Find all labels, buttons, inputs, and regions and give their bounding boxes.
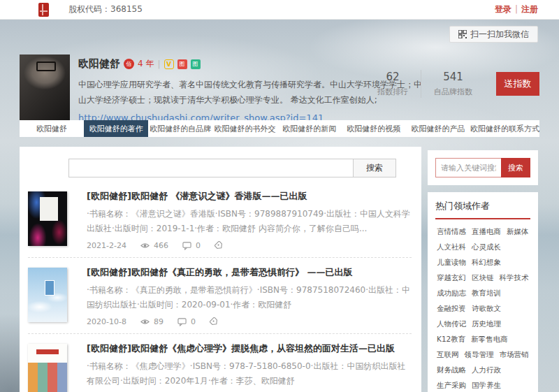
comments-count: 0 — [191, 317, 196, 326]
field-tag[interactable]: 穿越玄幻 — [437, 273, 466, 283]
author-name: 欧阳健舒 — [78, 57, 120, 71]
field-tag[interactable]: 领导管理 — [465, 350, 494, 360]
badge-divider: | — [157, 59, 160, 69]
book-list-item: [欧阳健舒]欧阳健舒《真正的勇敢，是带着恐惧前行》 ——已出版 ·书籍名称：《真… — [28, 258, 412, 334]
field-tag[interactable]: 市场营销 — [500, 350, 529, 360]
field-tag[interactable]: 互联网 — [437, 350, 459, 360]
comments-icon — [182, 241, 191, 250]
field-tag[interactable]: 财务战略 — [437, 365, 466, 375]
field-tag[interactable]: 科幻想象 — [472, 258, 501, 268]
field-tag[interactable]: 成功励志 — [437, 289, 466, 298]
verified-circle-badge-icon: 佰 — [124, 59, 134, 69]
field-tag[interactable]: 直播电商 — [472, 227, 501, 237]
field-tag[interactable]: 教育培训 — [472, 289, 501, 298]
tab-writer-contact[interactable]: 欧阳健舒的联系方式 — [470, 120, 539, 137]
author-portrait-photo — [20, 55, 70, 120]
book-description: ·书籍名称：《焦虑心理学》·ISBN号：978-7-5180-6850-0·出版… — [87, 359, 412, 389]
keyword-search-input[interactable] — [435, 158, 501, 177]
works-search-input[interactable] — [68, 159, 353, 177]
book-title-link[interactable]: [欧阳健舒]欧阳健舒《焦虑心理学》摆脱焦虑，从容坦然的面对生活—已出版 — [87, 342, 412, 355]
keyword-search-button[interactable]: 搜索 — [501, 158, 530, 177]
field-tag[interactable]: 金融投资 — [437, 304, 466, 314]
tab-writer-news[interactable]: 欧阳健舒的新闻 — [277, 120, 342, 137]
field-tag[interactable]: 人物传记 — [437, 319, 466, 329]
field-tag[interactable]: 诗歌散文 — [472, 304, 501, 314]
field-tag[interactable]: 人力行政 — [472, 365, 501, 375]
red-square-badge-icon: 图 — [177, 59, 187, 69]
works-search-button[interactable]: 搜索 — [353, 159, 396, 177]
profile-stats: 62 指数排行 541 自品牌指数 送指数 — [365, 70, 539, 98]
field-tag[interactable]: 新零售电商 — [471, 335, 508, 344]
wechat-qr-button[interactable]: 扫一扫加我微信 — [449, 26, 538, 43]
book-date: 2021-2-24 — [87, 241, 126, 250]
field-tag[interactable]: 儿童读物 — [437, 258, 466, 268]
login-link[interactable]: 登录 — [495, 4, 511, 14]
send-index-button[interactable]: 送指数 — [496, 72, 539, 96]
tab-writer-videos[interactable]: 欧阳健舒的视频 — [342, 120, 406, 137]
login-register-divider: | — [515, 4, 518, 14]
top-bar: 股权代码：368155 登录|注册 — [0, 0, 559, 20]
field-tag[interactable]: 科学技术 — [500, 273, 529, 283]
green-square-badge-icon: 图 — [191, 59, 201, 69]
field-tag[interactable]: 生产采购 — [437, 381, 466, 391]
field-tag[interactable]: 历史地理 — [472, 319, 501, 329]
comments-count: 0 — [196, 241, 201, 250]
tab-writer-book-diplomacy[interactable]: 欧阳健舒的书外交 — [212, 120, 277, 137]
hot-field-authors-card: 热门领域作者 言情情感 直播电商 新媒体 人文社科 心灵成长 儿童读物 科幻想象… — [428, 192, 538, 392]
comments-icon — [177, 317, 187, 326]
field-tag[interactable]: 人文社科 — [437, 242, 466, 252]
field-tag[interactable]: 国学养生 — [472, 381, 501, 391]
book-cover-thumbnail[interactable] — [28, 268, 67, 322]
qr-code-icon — [458, 30, 467, 38]
book-description: ·书籍名称：《潜意识之谜》香港版·ISBN号：9789887910749·出版社… — [87, 207, 412, 236]
profile-section: 欧阳健舒 佰 4 年 | V 图 图 中国心理学应用研究学者、著名中国传统文化教… — [20, 55, 539, 120]
book-list-item: [欧阳健舒]欧阳健舒《焦虑心理学》摆脱焦虑，从容坦然的面对生活—已出版 ·书籍名… — [28, 334, 412, 392]
works-list-panel: 搜索 [欧阳健舒]欧阳健舒 《潜意识之谜》香港版——已出版 ·书籍名称：《潜意识… — [20, 147, 421, 392]
years-badge: 4 年 — [138, 58, 154, 70]
field-tag[interactable]: 心灵成长 — [472, 242, 501, 252]
book-title-link[interactable]: [欧阳健舒]欧阳健舒 《潜意识之谜》香港版——已出版 — [87, 190, 412, 203]
stock-code-label: 股权代码：368155 — [68, 3, 143, 15]
index-rank-stat: 62 指数排行 — [365, 71, 421, 97]
register-link[interactable]: 注册 — [521, 4, 538, 14]
tab-writer-home[interactable]: 欧阳健舒 — [20, 120, 84, 137]
book-cover-thumbnail[interactable] — [28, 191, 67, 246]
keyword-search-card: 搜索 — [428, 150, 538, 185]
book-description: ·书籍名称：《真正的勇敢，是带着恐惧前行》·ISBN号：978751807246… — [87, 283, 412, 312]
book-date: 2020-10-8 — [87, 317, 126, 326]
views-eye-icon — [140, 241, 150, 250]
site-logo[interactable] — [38, 3, 49, 17]
views-count: 466 — [154, 241, 168, 250]
brand-index-stat: 541 自品牌指数 — [421, 71, 485, 97]
tag-icon — [215, 241, 224, 250]
field-tag[interactable]: 区块链 — [472, 273, 494, 283]
tab-writer-products[interactable]: 欧阳健舒的产品 — [406, 120, 470, 137]
profile-tab-bar: 欧阳健舒 欧阳健舒的著作 欧阳健舒的自品牌 欧阳健舒的书外交 欧阳健舒的新闻 欧… — [20, 120, 539, 137]
yellow-v-badge-icon: V — [164, 59, 174, 69]
field-tag[interactable]: 新媒体 — [507, 227, 529, 237]
brand-index-value: 541 — [434, 71, 472, 83]
book-meta-row: 2021-2-24 466 0 — [87, 241, 412, 250]
views-count: 89 — [154, 317, 164, 326]
tab-writer-brand[interactable]: 欧阳健舒的自品牌 — [148, 120, 212, 137]
works-search-row: 搜索 — [68, 159, 396, 177]
hot-field-authors-title: 热门领域作者 — [435, 200, 530, 219]
tab-writer-works[interactable]: 欧阳健舒的著作 — [84, 120, 148, 137]
book-cover-thumbnail[interactable] — [28, 344, 67, 392]
tag-icon — [210, 317, 219, 326]
field-tag[interactable]: K12教育 — [437, 335, 465, 344]
hot-field-tag-list: 言情情感 直播电商 新媒体 人文社科 心灵成长 儿童读物 科幻想象 穿越玄幻 区… — [435, 226, 530, 392]
book-list-item: [欧阳健舒]欧阳健舒 《潜意识之谜》香港版——已出版 ·书籍名称：《潜意识之谜》… — [28, 182, 412, 258]
book-title-link[interactable]: [欧阳健舒]欧阳健舒《真正的勇敢，是带着恐惧前行》 ——已出版 — [87, 266, 412, 279]
wechat-qr-label: 扫一扫加我微信 — [470, 29, 529, 41]
views-eye-icon — [140, 317, 150, 326]
index-rank-label: 指数排行 — [377, 87, 408, 97]
field-tag[interactable]: 言情情感 — [437, 227, 466, 237]
brand-index-label: 自品牌指数 — [434, 87, 472, 97]
book-meta-row: 2020-10-8 89 0 — [87, 317, 412, 326]
writer-profile-page: 股权代码：368155 登录|注册 扫一扫加我微信 欧阳健舒 佰 4 年 | V… — [0, 0, 559, 392]
right-sidebar: 搜索 热门领域作者 言情情感 直播电商 新媒体 人文社科 心灵成长 儿童读物 科… — [428, 150, 538, 392]
index-rank-value: 62 — [377, 71, 408, 83]
